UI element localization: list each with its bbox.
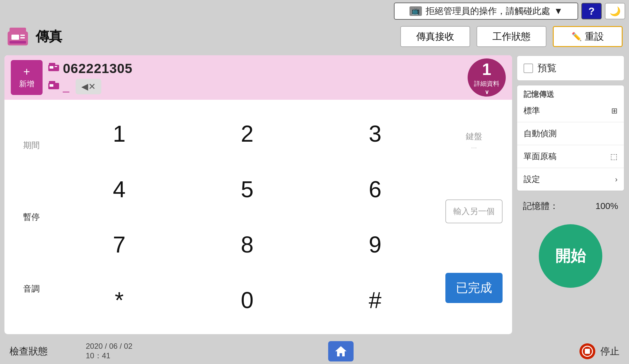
left-labels: 期間 暫停 音調 xyxy=(11,103,52,331)
stop-icon[interactable] xyxy=(579,343,595,359)
preview-row: 預覧 xyxy=(517,55,625,81)
chevron-right-icon: › xyxy=(615,175,618,184)
fax-small-icon-2 xyxy=(48,80,60,93)
datetime-display: 2020 / 06 / 02 10：41 xyxy=(83,342,136,361)
tone-button[interactable]: 音調 xyxy=(14,283,49,294)
start-button[interactable]: 開始 xyxy=(539,224,602,288)
key-6[interactable]: 6 xyxy=(311,162,439,217)
svg-rect-2 xyxy=(11,35,19,40)
detail-circle[interactable]: 1 詳細資料 ∨ xyxy=(468,58,506,97)
svg-rect-15 xyxy=(585,349,590,354)
settings-label: 設定 xyxy=(524,174,540,185)
chevron-down-icon: ∨ xyxy=(485,89,489,96)
standard-icon: ⊞ xyxy=(611,106,618,115)
key-3[interactable]: 3 xyxy=(311,106,439,162)
fax-entry-line-2: _ ◀✕ xyxy=(48,79,463,94)
detail-number: 1 xyxy=(482,60,491,79)
settings-panel: 記憶傳送 標準 ⊞ 自動偵測 單面原稿 ⬚ 設定 › xyxy=(517,85,625,191)
pencil-icon: ✏️ xyxy=(572,32,582,42)
key-star[interactable]: * xyxy=(55,273,183,328)
fax-number-section: + 新增 062221305 xyxy=(4,55,512,100)
svg-rect-3 xyxy=(20,35,25,36)
plus-icon: + xyxy=(23,66,30,78)
header: 傳真 傳真接收 工作狀態 ✏️ 重設 xyxy=(0,22,629,51)
input-another-button[interactable]: 輸入另一個 xyxy=(445,199,503,223)
svg-rect-11 xyxy=(49,81,55,84)
help-button[interactable]: ? xyxy=(581,3,602,19)
standard-row[interactable]: 標準 ⊞ xyxy=(517,99,624,122)
single-side-icon: ⬚ xyxy=(610,152,618,161)
right-keypad-buttons: 鍵盤 ... 輸入另一個 已完成 xyxy=(442,103,506,331)
fax-small-icon xyxy=(48,62,60,75)
svg-rect-1 xyxy=(10,28,26,34)
key-8[interactable]: 8 xyxy=(183,217,311,273)
fax-entry-line-1: 062221305 xyxy=(48,61,463,76)
svg-marker-13 xyxy=(335,346,347,356)
memory-send-title: 記憶傳送 xyxy=(517,85,624,99)
svg-rect-4 xyxy=(20,37,25,38)
key-9[interactable]: 9 xyxy=(311,217,439,273)
alert-banner[interactable]: 📺 拒絕管理員的操作，請觸碰此處 ▼ xyxy=(394,3,578,20)
keyboard-label: 鍵盤 ... xyxy=(445,131,503,150)
fax-cursor: _ xyxy=(63,80,69,93)
keypad-section: 期間 暫停 音調 1 2 3 4 5 6 7 8 9 * 0 # xyxy=(4,100,512,334)
job-status-button[interactable]: 工作狀態 xyxy=(477,26,546,47)
stop-area: 停止 xyxy=(546,343,629,359)
key-2[interactable]: 2 xyxy=(183,106,311,162)
check-status-label: 檢查狀態 xyxy=(0,345,83,358)
fax-receive-button[interactable]: 傳真接收 xyxy=(400,26,470,47)
period-label: 期間 xyxy=(14,140,49,151)
svg-rect-9 xyxy=(55,66,57,67)
home-button[interactable] xyxy=(328,341,354,361)
main-content: + 新增 062221305 xyxy=(0,51,629,339)
stop-label: 停止 xyxy=(600,345,619,358)
date-text: 2020 / 06 / 02 xyxy=(86,342,132,351)
right-panel: 預覧 記憶傳送 標準 ⊞ 自動偵測 單面原稿 ⬚ 設定 › 記憶體： 100 xyxy=(517,55,625,334)
moon-button[interactable]: 🌙 xyxy=(605,3,625,19)
single-side-label: 單面原稿 xyxy=(524,151,557,162)
bottom-bar: 檢查狀態 2020 / 06 / 02 10：41 停止 xyxy=(0,339,629,364)
single-side-row[interactable]: 單面原稿 ⬚ xyxy=(517,145,624,168)
top-bar: 📺 拒絕管理員的操作，請觸碰此處 ▼ ? 🌙 xyxy=(0,0,629,22)
key-1[interactable]: 1 xyxy=(55,106,183,162)
keypad-grid: 1 2 3 4 5 6 7 8 9 * 0 # xyxy=(52,103,442,331)
add-new-button[interactable]: + 新增 xyxy=(11,60,43,95)
preview-checkbox[interactable] xyxy=(524,64,533,73)
alert-text: 拒絕管理員的操作，請觸碰此處 xyxy=(426,5,550,17)
memory-value: 100% xyxy=(595,201,618,211)
detail-label: 詳細資料 xyxy=(474,79,499,88)
preview-label: 預覧 xyxy=(538,62,557,75)
reset-button[interactable]: ✏️ 重設 xyxy=(553,26,623,47)
moon-icon: 🌙 xyxy=(610,6,621,17)
done-button[interactable]: 已完成 xyxy=(445,273,503,303)
time-text: 10：41 xyxy=(86,351,132,361)
fax-number: 062221305 xyxy=(63,61,132,76)
home-area xyxy=(136,341,546,361)
key-5[interactable]: 5 xyxy=(183,162,311,217)
backspace-button[interactable]: ◀✕ xyxy=(76,79,101,94)
svg-rect-12 xyxy=(50,84,53,87)
key-hash[interactable]: # xyxy=(311,273,439,328)
key-0[interactable]: 0 xyxy=(183,273,311,328)
key-4[interactable]: 4 xyxy=(55,162,183,217)
memory-label: 記憶體： xyxy=(523,200,558,212)
memory-row: 記憶體： 100% xyxy=(517,195,625,217)
left-panel: + 新增 062221305 xyxy=(4,55,512,334)
fax-entry: 062221305 _ ◀✕ xyxy=(48,61,463,94)
settings-row[interactable]: 設定 › xyxy=(517,168,624,191)
pause-button[interactable]: 暫停 xyxy=(14,212,49,223)
fax-app-icon xyxy=(6,25,29,48)
svg-rect-7 xyxy=(49,63,55,66)
alert-icon: 📺 xyxy=(409,6,422,16)
auto-detect-label: 自動偵測 xyxy=(524,128,557,139)
key-7[interactable]: 7 xyxy=(55,217,183,273)
page-title: 傳真 xyxy=(36,28,62,45)
svg-rect-5 xyxy=(10,41,26,44)
standard-label: 標準 xyxy=(524,105,540,116)
home-icon xyxy=(335,346,347,357)
svg-rect-8 xyxy=(50,66,53,69)
add-new-label: 新增 xyxy=(19,79,34,89)
auto-detect-row[interactable]: 自動偵測 xyxy=(517,122,624,145)
alert-chevron: ▼ xyxy=(554,6,563,16)
